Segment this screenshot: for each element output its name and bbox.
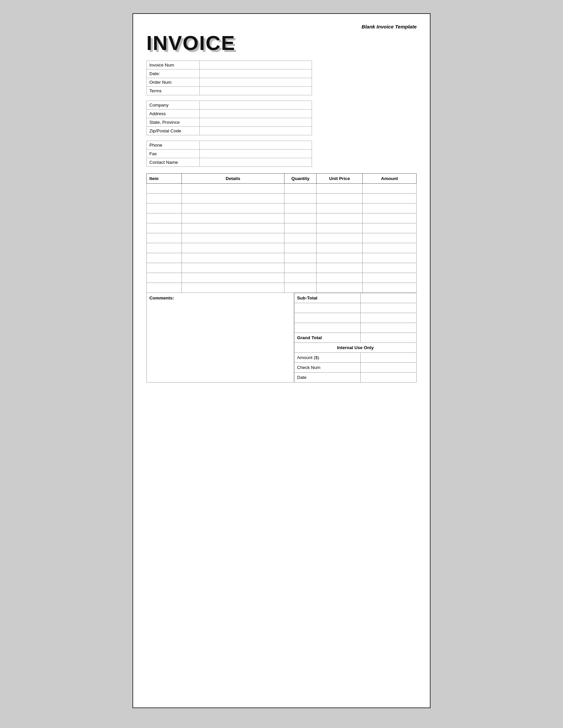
extra-value[interactable] [360, 303, 416, 313]
amount-cell[interactable] [362, 283, 416, 293]
amount-cell[interactable] [362, 273, 416, 283]
unit-price-cell[interactable] [317, 213, 363, 223]
quantity-cell[interactable] [284, 223, 317, 233]
item-cell[interactable] [147, 273, 182, 283]
details-cell[interactable] [181, 283, 284, 293]
totals-extra-row [295, 323, 417, 333]
table-row [147, 243, 417, 253]
item-cell[interactable] [147, 194, 182, 204]
extra-label [295, 313, 361, 323]
amount-cell[interactable] [362, 253, 416, 263]
amount-cell[interactable] [362, 263, 416, 273]
subtotal-value[interactable] [360, 293, 416, 303]
details-cell[interactable] [181, 223, 284, 233]
item-cell[interactable] [147, 253, 182, 263]
details-cell[interactable] [181, 204, 284, 213]
grand-total-label: Grand Total [295, 333, 361, 343]
details-cell[interactable] [181, 263, 284, 273]
internal-field-value[interactable] [360, 353, 416, 363]
grand-total-value[interactable] [360, 333, 416, 343]
subtotal-row: Sub-Total [295, 293, 417, 303]
col-header-unit-price: Unit Price [317, 174, 363, 184]
details-cell[interactable] [181, 273, 284, 283]
unit-price-cell[interactable] [317, 243, 363, 253]
quantity-cell[interactable] [284, 184, 317, 194]
contact-field-label: Phone [147, 141, 200, 150]
quantity-cell[interactable] [284, 194, 317, 204]
internal-field-value[interactable] [360, 373, 416, 383]
table-row [147, 204, 417, 213]
amount-cell[interactable] [362, 233, 416, 243]
unit-price-cell[interactable] [317, 253, 363, 263]
invoice-page: Blank Invoice Template INVOICE INVOICE I… [132, 13, 431, 708]
internal-field-value[interactable] [360, 363, 416, 373]
item-cell[interactable] [147, 223, 182, 233]
comments-label: Comments: [149, 296, 174, 300]
company-field-value[interactable] [199, 118, 312, 127]
quantity-cell[interactable] [284, 273, 317, 283]
quantity-cell[interactable] [284, 213, 317, 223]
table-row [147, 194, 417, 204]
item-cell[interactable] [147, 233, 182, 243]
contact-info-row: Phone [147, 141, 312, 150]
quantity-cell[interactable] [284, 263, 317, 273]
invoice-logo: INVOICE INVOICE [146, 33, 417, 53]
internal-use-label: Internal Use Only [295, 343, 417, 353]
unit-price-cell[interactable] [317, 283, 363, 293]
details-cell[interactable] [181, 184, 284, 194]
quantity-cell[interactable] [284, 204, 317, 213]
item-cell[interactable] [147, 243, 182, 253]
contact-field-label: Fax [147, 150, 200, 158]
item-cell[interactable] [147, 283, 182, 293]
invoice-field-value[interactable] [199, 87, 312, 95]
invoice-field-value[interactable] [199, 78, 312, 87]
amount-cell[interactable] [362, 213, 416, 223]
col-header-amount: Amount [362, 174, 416, 184]
amount-cell[interactable] [362, 243, 416, 253]
unit-price-cell[interactable] [317, 263, 363, 273]
invoice-field-value[interactable] [199, 69, 312, 78]
details-cell[interactable] [181, 243, 284, 253]
quantity-cell[interactable] [284, 233, 317, 243]
internal-row: Date [295, 373, 417, 383]
company-field-value[interactable] [199, 101, 312, 110]
unit-price-cell[interactable] [317, 194, 363, 204]
unit-price-cell[interactable] [317, 204, 363, 213]
item-cell[interactable] [147, 184, 182, 194]
contact-field-value[interactable] [199, 158, 312, 167]
items-table: Item Details Quantity Unit Price Amount [146, 173, 417, 293]
amount-cell[interactable] [362, 204, 416, 213]
unit-price-cell[interactable] [317, 273, 363, 283]
item-cell[interactable] [147, 213, 182, 223]
extra-label [295, 323, 361, 333]
contact-field-value[interactable] [199, 141, 312, 150]
extra-value[interactable] [360, 313, 416, 323]
invoice-info-row: Order Num [147, 78, 312, 87]
amount-cell[interactable] [362, 194, 416, 204]
invoice-field-value[interactable] [199, 61, 312, 69]
contact-field-value[interactable] [199, 150, 312, 158]
company-field-value[interactable] [199, 127, 312, 135]
quantity-cell[interactable] [284, 253, 317, 263]
table-row [147, 263, 417, 273]
quantity-cell[interactable] [284, 283, 317, 293]
extra-value[interactable] [360, 323, 416, 333]
unit-price-cell[interactable] [317, 184, 363, 194]
details-cell[interactable] [181, 253, 284, 263]
amount-cell[interactable] [362, 223, 416, 233]
details-cell[interactable] [181, 233, 284, 243]
extra-label [295, 303, 361, 313]
company-info-section: CompanyAddressState, ProvinceZip/Postal … [146, 101, 417, 135]
unit-price-cell[interactable] [317, 233, 363, 243]
internal-field-label: Check Num [295, 363, 361, 373]
item-cell[interactable] [147, 263, 182, 273]
details-cell[interactable] [181, 194, 284, 204]
invoice-field-label: Order Num [147, 78, 200, 87]
item-cell[interactable] [147, 204, 182, 213]
amount-cell[interactable] [362, 184, 416, 194]
quantity-cell[interactable] [284, 243, 317, 253]
details-cell[interactable] [181, 213, 284, 223]
totals-table: Sub-TotalGrand TotalInternal Use OnlyAmo… [294, 293, 417, 383]
unit-price-cell[interactable] [317, 223, 363, 233]
company-field-value[interactable] [199, 110, 312, 118]
